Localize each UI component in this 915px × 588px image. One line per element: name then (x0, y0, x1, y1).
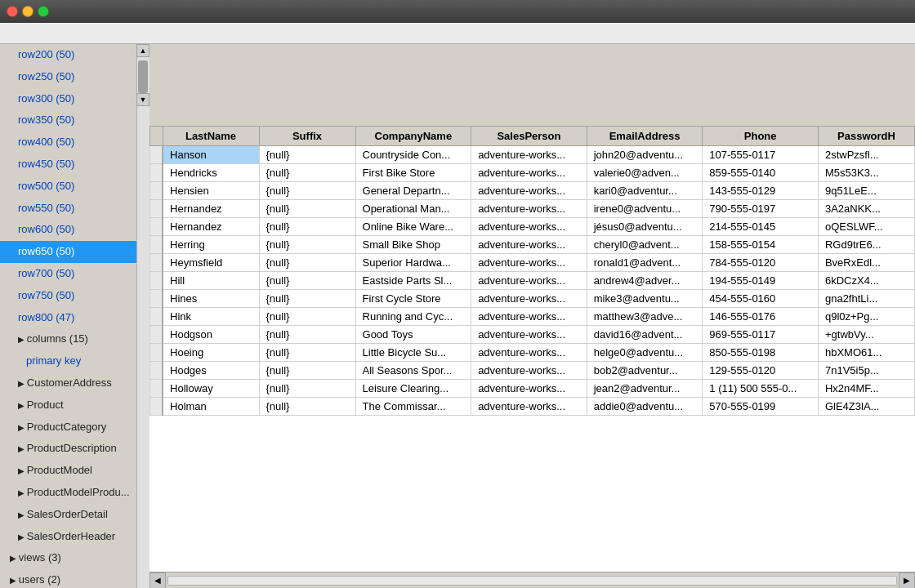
row-indicator-cell (150, 272, 163, 290)
table-cell: M5s53K3... (818, 164, 914, 182)
table-footer: ◀ ▶ (150, 572, 915, 588)
sidebar-item-product-model-product[interactable]: ▶ ProductModelProdu... (0, 482, 136, 504)
scrollbar-down-arrow[interactable]: ▼ (136, 93, 150, 106)
table-cell: First Cycle Store (355, 290, 471, 308)
sidebar-item-row450[interactable]: row450 (50) (0, 154, 136, 176)
col-header-lastname: LastName (163, 127, 259, 146)
sidebar-label-row600: row600 (50) (18, 223, 74, 235)
sidebar-item-product-category[interactable]: ▶ ProductCategory (0, 416, 136, 439)
sidebar-item-product-description[interactable]: ▶ ProductDescription (0, 438, 136, 460)
sidebar-item-row500[interactable]: row500 (50) (0, 176, 136, 198)
menu-fichier[interactable] (5, 31, 21, 36)
row-indicator-cell (150, 308, 163, 326)
table-cell: The Commissar... (355, 398, 471, 416)
sidebar-item-product[interactable]: ▶ Product (0, 394, 136, 416)
table-cell: adventure-works... (471, 182, 587, 200)
sidebar-label-row350: row350 (50) (18, 114, 74, 126)
table-cell: 146-555-0176 (703, 308, 819, 326)
table-cell: 143-555-0129 (703, 182, 819, 200)
table-cell: Hernandez (163, 200, 259, 218)
table-cell: helge0@adventu... (587, 344, 703, 362)
table-cell: {null} (259, 254, 355, 272)
table-cell: 129-555-0120 (703, 362, 819, 380)
sidebar-label-row300: row300 (50) (18, 92, 74, 105)
data-table-container[interactable]: LastNameSuffixCompanyNameSalesPersonEmai… (150, 126, 915, 572)
table-row: Herring{null}Small Bike Shopadventure-wo… (150, 236, 914, 254)
table-cell: Herring (163, 236, 259, 254)
table-cell: adventure-works... (471, 362, 587, 380)
sidebar-label-row550: row550 (50) (18, 202, 74, 214)
sidebar-label-row400: row400 (50) (18, 136, 74, 148)
table-row: Hill{null}Eastside Parts Sl...adventure-… (150, 272, 914, 290)
table-cell: Heymsfield (163, 254, 259, 272)
sidebar-label-row700: row700 (50) (18, 267, 74, 279)
scrollbar-thumb[interactable] (138, 60, 148, 93)
sidebar-label-row750: row750 (50) (18, 289, 74, 301)
sidebar-item-row550[interactable]: row550 (50) (0, 198, 136, 220)
table-row: Holloway{null}Leisure Clearing...adventu… (150, 380, 914, 398)
row-indicator-cell (150, 398, 163, 416)
table-cell: {null} (259, 290, 355, 308)
sidebar-item-views[interactable]: ▶ views (3) (0, 547, 136, 569)
minimize-button[interactable] (22, 6, 33, 17)
row-indicator-cell (150, 164, 163, 182)
table-cell: 454-555-0160 (703, 290, 819, 308)
data-table: LastNameSuffixCompanyNameSalesPersonEmai… (150, 126, 915, 416)
expand-arrow-views: ▶ (10, 554, 19, 563)
sidebar-item-row600[interactable]: row600 (50) (0, 219, 136, 241)
scrollbar-up-arrow[interactable]: ▲ (136, 44, 150, 57)
sidebar-item-columns[interactable]: ▶ columns (15) (0, 328, 136, 350)
sidebar-item-row400[interactable]: row400 (50) (0, 131, 136, 154)
table-scroll-right[interactable]: ▶ (899, 572, 915, 589)
sidebar-item-row650[interactable]: row650 (50) (0, 241, 136, 263)
sidebar-label-sales-order-detail: SalesOrderDetail (27, 508, 108, 520)
table-cell: Hink (163, 308, 259, 326)
sidebar-item-customer-address[interactable]: ▶ CustomerAddress (0, 372, 136, 394)
table-cell: 9q51LeE... (818, 182, 914, 200)
table-cell: adventure-works... (471, 164, 587, 182)
table-cell: bob2@adventur... (587, 362, 703, 380)
sidebar-item-row750[interactable]: row750 (50) (0, 285, 136, 307)
expand-arrow-product: ▶ (18, 401, 27, 410)
close-button[interactable] (7, 6, 18, 17)
table-cell: BveRxEdl... (818, 254, 914, 272)
table-cell: 2stwPzsfl... (818, 146, 914, 164)
table-horizontal-scrollbar[interactable] (167, 576, 897, 586)
table-cell: 859-555-0140 (703, 164, 819, 182)
sidebar-item-row300[interactable]: row300 (50) (0, 88, 136, 110)
table-cell: 850-555-0198 (703, 344, 819, 362)
info-panel (150, 44, 915, 126)
sidebar-label-primary-key: primary key (26, 354, 81, 367)
table-scroll-left[interactable]: ◀ (150, 572, 166, 589)
maximize-button[interactable] (38, 6, 49, 17)
expand-arrow-product-model: ▶ (18, 466, 27, 475)
row-indicator-cell (150, 362, 163, 380)
sidebar-item-row800[interactable]: row800 (47) (0, 307, 136, 329)
table-cell: +gtwbVy... (818, 326, 914, 344)
table-cell: adventure-works... (471, 398, 587, 416)
table-cell: {null} (259, 236, 355, 254)
menu-editer[interactable] (23, 31, 39, 36)
sidebar-item-row700[interactable]: row700 (50) (0, 263, 136, 285)
sidebar-item-primary-key[interactable]: primary key (0, 350, 136, 372)
sidebar-item-product-model[interactable]: ▶ ProductModel (0, 460, 136, 482)
table-cell: Running and Cyc... (355, 308, 471, 326)
menu-help[interactable] (59, 31, 75, 36)
sidebar-item-sales-order-header[interactable]: ▶ SalesOrderHeader (0, 526, 136, 548)
sidebar-item-row200[interactable]: row200 (50) (0, 44, 136, 66)
table-cell: 214-555-0145 (703, 218, 819, 236)
window-controls (7, 6, 49, 17)
sidebar-item-sales-order-detail[interactable]: ▶ SalesOrderDetail (0, 504, 136, 526)
table-row: Hernandez{null}Online Bike Ware...advent… (150, 218, 914, 236)
menubar (0, 23, 915, 44)
sidebar-item-row350[interactable]: row350 (50) (0, 109, 136, 131)
sidebar-item-row250[interactable]: row250 (50) (0, 66, 136, 88)
menu-outils[interactable] (41, 31, 57, 36)
sidebar-item-users[interactable]: ▶ users (2) (0, 569, 136, 588)
table-cell: Operational Man... (355, 200, 471, 218)
table-cell: adventure-works... (471, 326, 587, 344)
expand-arrow-sales-order-detail: ▶ (18, 510, 27, 519)
sidebar-label-product-description: ProductDescription (27, 442, 117, 454)
table-cell: Holman (163, 398, 259, 416)
table-row: Hines{null}First Cycle Storeadventure-wo… (150, 290, 914, 308)
